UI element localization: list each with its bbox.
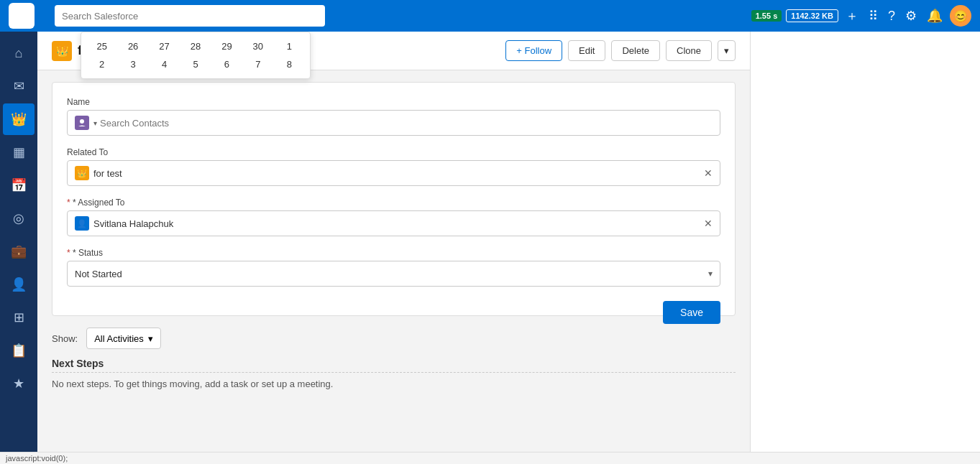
sidebar: ⌂ ✉ 👑 ▦ 📅 ◎ 💼 👤 ⊞ 📋 ★	[0, 32, 37, 464]
calendar-grid: 25 26 27 28 29 30 1 2 3 4 5 6 7 8	[87, 38, 304, 73]
sidebar-item-opportunities[interactable]: 💼	[3, 236, 35, 267]
contact-lookup-icon	[75, 116, 89, 130]
form-container: Name ▾ Related To 👑 ✕	[52, 82, 736, 316]
help-icon[interactable]: ?	[885, 6, 898, 27]
related-to-input-wrapper[interactable]: 👑 ✕	[67, 160, 720, 186]
related-to-input[interactable]	[93, 168, 701, 179]
svg-point-2	[13, 15, 19, 21]
right-panel	[750, 32, 980, 464]
name-input[interactable]	[100, 118, 713, 129]
status-bar-text: javascript:void(0);	[6, 454, 68, 463]
performance-time-badge: 1.55 s	[751, 10, 782, 22]
related-to-field-group: Related To 👑 ✕	[67, 147, 720, 186]
name-label: Name	[67, 97, 720, 107]
sidebar-item-contacts[interactable]: 👤	[3, 269, 35, 300]
avatar[interactable]: 😊	[950, 5, 971, 27]
top-navigation: 1.55 s 1142.32 KB ＋ ⠿ ? ⚙ 🔔 😊	[0, 0, 980, 32]
cal-day-25[interactable]: 25	[87, 38, 116, 55]
status-dropdown-arrow: ▾	[708, 269, 713, 279]
settings-icon[interactable]: ⚙	[902, 5, 920, 27]
assigned-to-clear-icon[interactable]: ✕	[704, 218, 713, 229]
grid-icon[interactable]: ⠿	[866, 5, 881, 27]
nav-right-area: 1.55 s 1142.32 KB ＋ ⠿ ? ⚙ 🔔 😊	[751, 4, 971, 27]
cal-day-7[interactable]: 7	[243, 56, 273, 73]
status-select-wrapper[interactable]: Not Started In Progress Completed Waitin…	[67, 261, 720, 287]
header-actions: + Follow Edit Delete Clone ▾	[505, 40, 736, 61]
assigned-to-icon: 👤	[75, 216, 89, 231]
performance-size-badge: 1142.32 KB	[786, 9, 838, 22]
name-dropdown-arrow[interactable]: ▾	[93, 119, 97, 127]
status-label: * Status	[67, 248, 720, 258]
cal-day-8[interactable]: 8	[275, 56, 304, 73]
sidebar-item-calendar[interactable]: 📅	[3, 170, 35, 201]
follow-button[interactable]: + Follow	[505, 40, 562, 61]
delete-button[interactable]: Delete	[611, 40, 660, 61]
cal-day-3[interactable]: 3	[118, 56, 147, 73]
assigned-to-input[interactable]	[93, 218, 701, 229]
show-label: Show:	[52, 333, 78, 344]
no-steps-text: No next steps. To get things moving, add…	[52, 379, 736, 389]
cal-day-5[interactable]: 5	[180, 56, 210, 73]
svg-point-3	[80, 119, 84, 124]
sidebar-item-dashboard[interactable]: ⊞	[3, 302, 35, 333]
activities-section: Show: All Activities ▾ Next Steps No nex…	[52, 328, 736, 389]
cal-day-4[interactable]: 4	[150, 56, 179, 73]
salesforce-logo[interactable]	[9, 3, 35, 29]
sidebar-item-favorites[interactable]: ★	[3, 368, 35, 399]
assigned-to-input-wrapper[interactable]: 👤 ✕	[67, 210, 720, 236]
activities-header: Show: All Activities ▾	[52, 328, 736, 349]
sidebar-item-tasks[interactable]: 📋	[3, 335, 35, 366]
edit-button[interactable]: Edit	[568, 40, 605, 61]
crown-icon: 👑	[52, 41, 72, 61]
main-content: 25 26 27 28 29 30 1 2 3 4 5 6 7 8 👑 for …	[37, 32, 750, 464]
assigned-to-field-group: * Assigned To 👤 ✕	[67, 198, 720, 236]
cal-day-30[interactable]: 30	[243, 38, 273, 55]
related-to-label: Related To	[67, 147, 720, 157]
svg-point-1	[19, 14, 29, 22]
related-to-clear-icon[interactable]: ✕	[704, 167, 713, 179]
assigned-to-label: * Assigned To	[67, 198, 720, 208]
status-bar: javascript:void(0);	[0, 452, 980, 464]
bell-icon[interactable]: 🔔	[924, 5, 945, 27]
activities-filter-arrow: ▾	[148, 333, 153, 344]
cal-day-2[interactable]: 2	[87, 56, 116, 73]
more-actions-button[interactable]: ▾	[718, 40, 736, 61]
search-input[interactable]	[55, 5, 325, 27]
cal-day-6[interactable]: 6	[212, 56, 242, 73]
sidebar-item-campaigns[interactable]: ◎	[3, 203, 35, 234]
cal-day-27[interactable]: 27	[150, 38, 179, 55]
sidebar-item-reports[interactable]: ▦	[3, 136, 35, 168]
cal-day-1[interactable]: 1	[275, 38, 304, 55]
cal-day-29[interactable]: 29	[212, 38, 242, 55]
search-bar[interactable]	[46, 0, 334, 32]
activities-filter-dropdown[interactable]: All Activities ▾	[86, 328, 161, 349]
next-steps-title: Next Steps	[52, 358, 736, 373]
status-field-group: * Status Not Started In Progress Complet…	[67, 248, 720, 287]
save-button[interactable]: Save	[663, 301, 720, 324]
related-to-icon: 👑	[75, 166, 89, 180]
cal-day-28[interactable]: 28	[180, 38, 210, 55]
app-layout: ⌂ ✉ 👑 ▦ 📅 ◎ 💼 👤 ⊞ 📋 ★ 25 26 27 28 29 30 …	[0, 32, 980, 464]
add-icon[interactable]: ＋	[843, 4, 861, 27]
activities-filter-value: All Activities	[94, 333, 144, 344]
name-input-wrapper[interactable]: ▾	[67, 110, 720, 136]
clone-button[interactable]: Clone	[666, 40, 712, 61]
sidebar-item-email[interactable]: ✉	[3, 70, 35, 102]
status-select[interactable]: Not Started In Progress Completed Waitin…	[75, 269, 708, 279]
name-field-group: Name ▾	[67, 97, 720, 136]
calendar-dropdown: 25 26 27 28 29 30 1 2 3 4 5 6 7 8	[81, 32, 311, 79]
sidebar-item-home[interactable]: ⌂	[3, 37, 35, 69]
sidebar-item-leads[interactable]: 👑	[3, 103, 35, 135]
cal-day-26[interactable]: 26	[118, 38, 147, 55]
